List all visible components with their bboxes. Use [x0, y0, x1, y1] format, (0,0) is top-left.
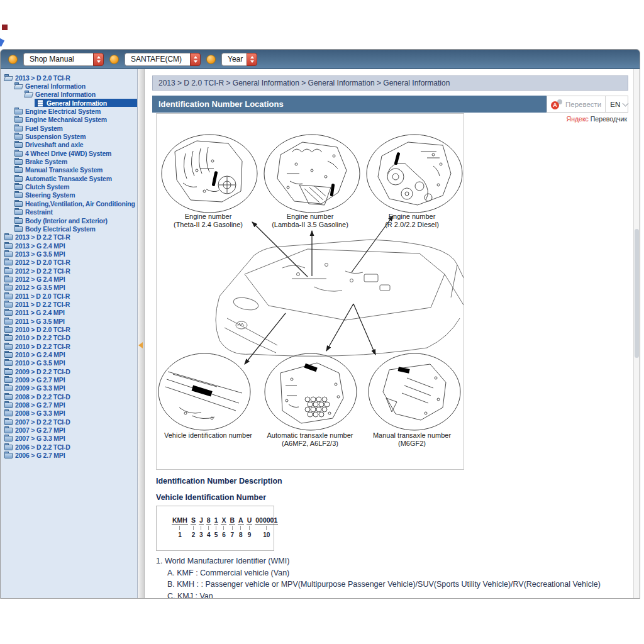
tree-item[interactable]: Engine Electrical System: [1, 107, 137, 115]
translate-button[interactable]: A Перевести: [547, 99, 605, 109]
tree-item[interactable]: Driveshaft and axle: [1, 141, 137, 149]
vehicle-select[interactable]: SANTAFE(CM): [125, 53, 201, 66]
recording-indicator: [2, 25, 8, 30]
tree-item[interactable]: 2011 > G 2.4 MPI: [1, 309, 137, 317]
collapse-sidebar-icon[interactable]: [138, 342, 143, 348]
scrollbar-thumb[interactable]: [635, 229, 639, 358]
figure-label: Automatic transaxle number(A6MF2, A6LF2/…: [259, 431, 361, 448]
vin-group: 000001 10: [255, 516, 278, 538]
wmi-item: A. KMF : Commercial vehicle (Van): [167, 569, 601, 580]
tree-item[interactable]: General Information: [1, 82, 137, 90]
tree-item[interactable]: Body (Interior and Exterior): [1, 216, 137, 225]
vin-group: U 9: [247, 516, 253, 538]
tree-item[interactable]: Clutch System: [1, 182, 137, 191]
tree-item[interactable]: Steering System: [1, 191, 137, 199]
content-pane: 2013 > D 2.0 TCI-R > General Information…: [145, 69, 633, 599]
tree-item[interactable]: Fuel System: [1, 124, 137, 132]
tree-item-label: Engine Electrical System: [25, 108, 101, 115]
folder-icon: [4, 402, 13, 408]
tree-item[interactable]: 2008 > D 2.2 TCI-D: [1, 392, 137, 401]
tree-item-label: 2013 > G 3.5 MPI: [15, 250, 65, 258]
tree-item[interactable]: 2008 > G 2.7 MPI: [1, 401, 137, 409]
language-dropdown[interactable]: EN: [605, 96, 632, 112]
tree-item[interactable]: 2007 > G 2.7 MPI: [1, 426, 137, 434]
tree-item[interactable]: General Information: [1, 91, 137, 99]
folder-open-icon: [14, 83, 23, 89]
tree-item[interactable]: Heating,Ventilation, Air Conditioning: [1, 199, 137, 208]
year-orb-button[interactable]: [206, 55, 216, 64]
folder-icon: [4, 335, 13, 341]
tree-item[interactable]: 2013 > D 2.0 TCI-R: [1, 74, 137, 82]
folder-icon: [4, 385, 13, 391]
toolbar: Shop Manual SANTAFE(CM) Year: [1, 50, 640, 69]
tree-item[interactable]: 2010 > D 2.2 TCI-D: [1, 334, 137, 342]
tree-item[interactable]: 2011 > D 2.0 TCI-R: [1, 292, 137, 300]
vin-tick: [249, 526, 250, 530]
figure-label: Engine number(R 2.0/2.2 Diesel): [361, 213, 463, 229]
figure-label: Engine number(Lambda-II 3.5 Gasoline): [259, 213, 361, 229]
tree-item[interactable]: 2009 > D 2.2 TCI-D: [1, 367, 137, 375]
tree-item-label: Body (Interior and Exterior): [25, 217, 108, 225]
engine-lambda-illustration: [277, 142, 347, 205]
tree-item-label: 2006 > G 2.7 MPI: [15, 452, 65, 459]
tree-item[interactable]: 2007 > D 2.2 TCI-D: [1, 418, 137, 426]
tree-item[interactable]: 2013 > G 3.5 MPI: [1, 250, 137, 258]
stepper-icon[interactable]: [93, 53, 104, 66]
tree-item[interactable]: 2006 > D 2.2 TCI-D: [1, 443, 137, 451]
folder-icon: [4, 318, 13, 325]
year-select[interactable]: Year: [221, 53, 257, 66]
folder-icon: [4, 444, 13, 450]
folder-icon: [4, 251, 13, 257]
folder-icon: [4, 301, 13, 308]
stepper-icon[interactable]: [190, 53, 201, 66]
tree-item[interactable]: 2006 > G 2.7 MPI: [1, 451, 137, 459]
tree-item[interactable]: 2012 > G 2.4 MPI: [1, 275, 137, 283]
tree-item-label: 2012 > G 2.4 MPI: [15, 275, 65, 283]
figure-top-labels: Engine number(Theta-II 2.4 Gasoline) Eng…: [157, 213, 463, 229]
tree-item[interactable]: 2011 > G 3.5 MPI: [1, 317, 137, 325]
tree-item[interactable]: Automatic Transaxle System: [1, 174, 137, 182]
tree-item[interactable]: Engine Mechanical System: [1, 116, 137, 124]
vertical-scrollbar[interactable]: [633, 69, 640, 599]
tree-item[interactable]: Body Electrical System: [1, 225, 137, 233]
folder-icon: [14, 175, 23, 182]
tree-item[interactable]: 2013 > D 2.2 TCI-R: [1, 233, 137, 242]
folder-icon: [4, 293, 13, 299]
tree-item[interactable]: 2013 > G 2.4 MPI: [1, 242, 137, 250]
tree-item[interactable]: 2012 > D 2.0 TCI-R: [1, 258, 137, 267]
tree-item[interactable]: 2010 > G 2.4 MPI: [1, 350, 137, 358]
tree-item[interactable]: 2011 > D 2.2 TCI-R: [1, 300, 137, 308]
tree-item[interactable]: 2008 > G 3.3 MPI: [1, 409, 137, 418]
manual-select[interactable]: Shop Manual: [23, 53, 104, 66]
tree-item-label: Fuel System: [25, 125, 63, 132]
vin-tick: [208, 526, 209, 530]
tree-item[interactable]: General Information: [35, 99, 137, 107]
vin-tick: [266, 526, 267, 530]
tree-item[interactable]: Manual Transaxle System: [1, 166, 137, 174]
tree-item[interactable]: 2012 > D 2.2 TCI-R: [1, 267, 137, 275]
folder-icon: [4, 352, 13, 358]
tree-item[interactable]: 2007 > G 3.3 MPI: [1, 435, 137, 443]
sidebar-splitter[interactable]: [138, 69, 145, 599]
folder-icon: [4, 343, 13, 350]
tree-item[interactable]: 2012 > G 3.5 MPI: [1, 284, 137, 292]
folder-icon: [4, 243, 13, 249]
tree-item[interactable]: Brake System: [1, 157, 137, 165]
tree-item[interactable]: Suspension System: [1, 132, 137, 140]
vehicle-orb-button[interactable]: [109, 55, 119, 64]
figure-label: Vehicle identification number: [157, 431, 259, 448]
tree-item[interactable]: 2009 > G 2.7 MPI: [1, 375, 137, 384]
tree-item[interactable]: 2010 > G 3.5 MPI: [1, 359, 137, 367]
folder-icon: [14, 108, 23, 114]
tree-item-label: General Information: [25, 82, 86, 90]
manual-orb-button[interactable]: [8, 55, 18, 64]
tree-item[interactable]: 2009 > G 3.3 MPI: [1, 384, 137, 392]
tree-item[interactable]: 4 Wheel Drive (4WD) System: [1, 149, 137, 157]
tree-item[interactable]: Restraint: [1, 208, 137, 216]
folder-icon: [4, 410, 13, 416]
stepper-icon[interactable]: [247, 53, 257, 66]
language-code: EN: [610, 101, 620, 108]
tree-item[interactable]: 2010 > D 2.0 TCI-R: [1, 325, 137, 333]
tree-item[interactable]: 2010 > D 2.2 TCI-R: [1, 342, 137, 350]
translate-button-label: Перевести: [565, 101, 601, 108]
